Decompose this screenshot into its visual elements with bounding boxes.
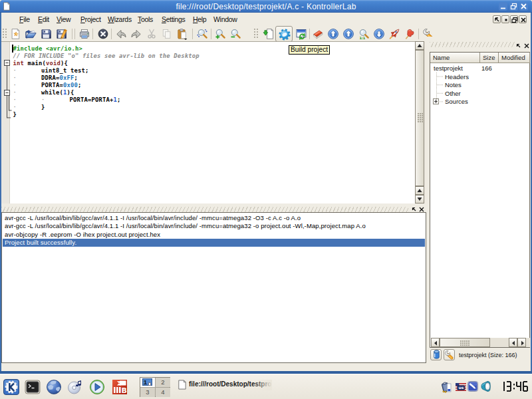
desktop-pager[interactable]: 1234 [140,377,170,397]
minimize-button[interactable] [499,2,507,11]
toolbar-button-save[interactable] [39,27,54,41]
code-line-5[interactable]: DDRA=0xFF; [13,74,78,82]
toolbar-button-rebuild-all[interactable] [294,27,309,41]
toolbar-handle[interactable] [3,29,7,39]
tree-column-size[interactable]: Size [480,53,499,63]
toolbar-button-upload[interactable] [326,27,341,41]
toolbar-button-save-as[interactable] [54,27,69,41]
maximize-button[interactable] [509,2,518,11]
dock-stay-button[interactable] [412,207,417,212]
code-line-6[interactable]: PORTA=0x00; [13,82,82,89]
pager-desktop-2[interactable]: 2 [156,378,170,387]
tree-expander-plus[interactable] [433,98,439,104]
mdi-close-button[interactable] [519,15,527,23]
toolbar-button-zoom-out[interactable] [228,27,243,41]
toolbar-button-zoom-in[interactable] [213,27,228,41]
close-button[interactable] [519,2,528,11]
output-dock-handle[interactable] [1,207,408,212]
status-memory-button[interactable] [430,349,442,360]
code-line-10[interactable]: } [13,111,17,118]
editor-vscrollbar[interactable] [415,41,424,203]
scroll-right-button[interactable] [517,338,526,347]
code-line-8[interactable]: PORTA=PORTA+1; [13,96,121,104]
build-output-list[interactable]: avr-gcc -L /usr/local/bin/lib/gcc/avr/4.… [1,212,426,363]
code-line-2[interactable]: // FOR INCLUDE "o" files see avr-lib on … [13,53,200,60]
toolbar-button-undo[interactable] [114,27,129,41]
dock-stay-button[interactable] [516,43,521,49]
toolbar-button-find[interactable] [195,27,210,41]
launcher-multimedia[interactable] [67,379,83,395]
toolbar-handle-build[interactable] [254,29,258,39]
tray-klipper[interactable] [441,381,453,393]
tree-item-headers[interactable]: Headers [445,73,469,80]
menu-window[interactable]: Window [213,15,237,23]
tree-column-name[interactable]: Name [430,53,480,63]
menu-project[interactable]: Project [80,15,101,23]
menu-tools[interactable]: Tools [138,15,153,23]
toolbar-button-stop[interactable] [96,27,111,41]
toolbar-button-upload-all[interactable] [341,27,356,41]
toolbar-button-download[interactable] [372,27,387,41]
output-line-3[interactable]: avr-objcopy -R .eeprom -O ihex project.o… [3,231,425,239]
menu-file[interactable]: File [19,15,30,23]
scrollbar-thumb[interactable] [440,338,490,347]
output-line-4[interactable]: Project built successfully. [3,239,425,247]
code-line-7[interactable]: while(1){ [13,89,74,96]
code-editor[interactable]: #include <avr/io.h>// FOR INCLUDE "o" fi… [1,41,415,203]
tray-keyboard-us[interactable] [456,383,466,391]
mdi-restore-button[interactable] [510,15,518,23]
tree-item-other[interactable]: Other [445,90,461,97]
launcher-kmenu[interactable] [3,379,19,395]
launcher-terminal[interactable] [25,379,41,395]
pager-desktop-3[interactable]: 3 [140,388,155,397]
mdi-shade-button[interactable] [501,15,509,23]
menu-view[interactable]: View [57,15,70,23]
toolbar-button-compile[interactable] [261,27,277,41]
mdi-undock-button[interactable] [493,15,501,23]
code-line-4[interactable]: uint8_t test; [13,67,89,74]
toolbar-button-redo[interactable] [129,27,144,41]
project-tree[interactable]: NameSizeModified testprojekt166HeadersNo… [430,52,530,348]
menu-settings[interactable]: Settings [162,15,186,23]
toolbar-button-ignite[interactable] [387,27,402,41]
scroll-left-button[interactable] [431,338,440,347]
window-titlebar[interactable]: file:///root/Desktop/testprojekt/A.c - K… [0,0,532,13]
toolbar-button-print[interactable] [77,27,92,41]
output-line-1[interactable]: avr-gcc -L /usr/local/bin/lib/gcc/avr/4.… [3,214,425,222]
toolbar-button-build-project[interactable] [275,26,293,42]
scroll-up-button-2[interactable] [415,186,424,195]
tree-hscrollbar[interactable] [431,338,530,347]
tray-volume[interactable] [480,380,492,392]
project-dock-handle[interactable] [430,42,515,47]
output-line-2[interactable]: avr-gcc -L /usr/local/bin/lib/gcc/avr/4.… [3,222,425,230]
toolbar-button-new-file[interactable] [8,27,23,41]
code-text[interactable]: #include <avr/io.h>// FOR INCLUDE "o" fi… [1,42,414,204]
dock-close-button[interactable] [524,43,529,49]
launcher-kontrollerlab[interactable] [112,379,128,395]
scroll-up-button[interactable] [415,41,424,50]
pager-desktop-4[interactable]: 4 [156,388,170,397]
menu-help[interactable]: Help [193,15,206,23]
toolbar-button-open-file[interactable] [23,27,39,41]
toolbar-button-abort[interactable] [402,27,418,41]
toolbar-button-erase[interactable] [311,27,326,41]
menu-wizards[interactable]: Wizards [108,15,132,23]
menu-edit[interactable]: Edit [38,15,49,23]
tray-snapshot[interactable] [467,381,478,392]
code-line-3[interactable]: int main(void){ [13,60,68,67]
toolbar-button-cut[interactable] [144,27,160,41]
toolbar-button-verify[interactable] [356,27,372,41]
tree-item-notes[interactable]: Notes [445,81,462,88]
tree-column-modified[interactable]: Modified [499,53,530,63]
dock-close-button[interactable] [419,207,424,212]
scroll-down-button[interactable] [415,195,424,203]
status-configure-button[interactable] [444,349,455,360]
pager-desktop-1[interactable]: 1 [140,378,155,387]
scroll-left-button-2[interactable] [509,338,517,347]
code-line-9[interactable]: } [13,104,45,111]
tree-item-testprojekt[interactable]: testprojekt [434,65,463,72]
scrollbar-thumb[interactable] [415,50,424,186]
launcher-player[interactable] [89,379,105,395]
digital-clock[interactable] [499,381,529,393]
toolbar-button-copy[interactable] [160,27,175,41]
